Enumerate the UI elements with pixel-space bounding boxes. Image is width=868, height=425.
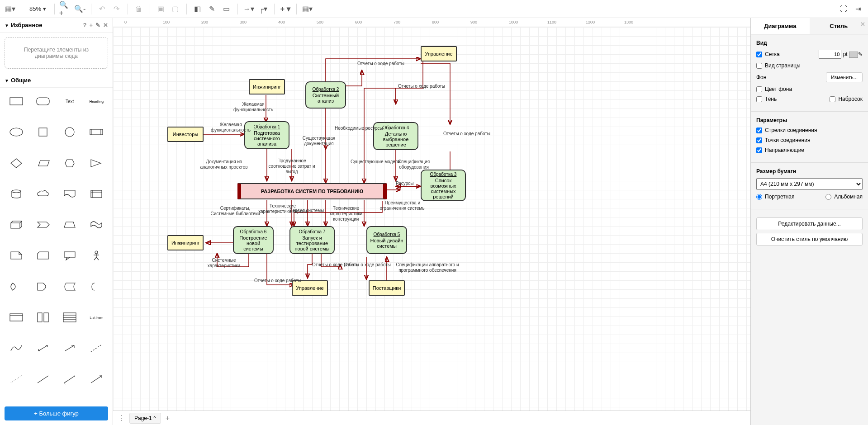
shape-rect[interactable] — [5, 92, 28, 110]
shape-arrow[interactable] — [58, 339, 81, 357]
node-center[interactable]: РАЗРАБОТКА СИСТЕМ ПО ТРЕБОВАНИЮ — [237, 183, 387, 199]
redo-icon[interactable]: ↷ — [110, 3, 123, 15]
shadow-checkbox[interactable]: Тень — [756, 96, 777, 102]
layout-icon[interactable]: ▦▾ — [4, 3, 16, 15]
help-icon[interactable]: ? — [83, 22, 86, 28]
shape-note[interactable] — [5, 246, 28, 264]
shape-list-item[interactable]: List Item — [85, 308, 108, 326]
conn-points-checkbox[interactable]: Точки соединения — [756, 137, 810, 143]
zoom-level[interactable]: 85% ▾ — [26, 5, 50, 12]
close-favorite-icon[interactable]: ✕ — [103, 22, 108, 28]
shape-card[interactable] — [31, 246, 54, 264]
node-proc7[interactable]: Обработка 7Запуск и тестирование новой с… — [289, 226, 335, 254]
shape-curve[interactable] — [5, 339, 28, 357]
connection-icon[interactable]: →▾ — [242, 3, 255, 15]
node-proc6[interactable]: Обработка 6Построение новой системы — [233, 226, 274, 254]
add-favorite-icon[interactable]: + — [89, 22, 93, 28]
shape-list-container[interactable] — [5, 308, 28, 326]
close-icon[interactable]: ✕ — [860, 21, 865, 28]
shape-data-storage[interactable] — [58, 278, 81, 296]
landscape-radio[interactable]: Альбомная — [825, 194, 863, 200]
to-back-icon[interactable]: ▢ — [169, 3, 182, 15]
shape-ellipse[interactable] — [5, 123, 28, 141]
favorites-dropzone[interactable]: Перетащите элементы из диаграммы сюда — [5, 37, 108, 69]
node-investors[interactable]: Инвесторы — [167, 127, 204, 142]
shape-bracket[interactable] — [85, 278, 108, 296]
node-proc2[interactable]: Обработка 2Системный анализ — [305, 81, 346, 109]
shape-triangle[interactable] — [85, 154, 108, 172]
edit-data-button[interactable]: Редактировать данные... — [756, 217, 863, 230]
shape-dotted[interactable] — [5, 370, 28, 388]
shape-rounded-rect[interactable] — [31, 92, 54, 110]
node-suppliers[interactable]: Поставщики — [369, 280, 405, 296]
shape-actor[interactable] — [85, 246, 108, 264]
conn-arrows-checkbox[interactable]: Стрелки соединения — [756, 127, 817, 133]
shape-trapezoid[interactable] — [58, 216, 81, 234]
portrait-radio[interactable]: Портретная — [756, 194, 794, 200]
shape-or[interactable] — [31, 278, 54, 296]
delete-icon[interactable]: 🗑 — [133, 3, 145, 15]
shape-diamond[interactable] — [5, 154, 28, 172]
shape-cylinder[interactable] — [5, 185, 28, 203]
shadow-icon[interactable]: ▭ — [220, 3, 233, 15]
shape-step[interactable] — [31, 216, 54, 234]
node-proc3[interactable]: Обработка 3Список возможных системных ре… — [421, 170, 466, 201]
fill-icon[interactable]: ◧ — [191, 3, 204, 15]
line-color-icon[interactable]: ✎ — [206, 3, 218, 15]
general-header[interactable]: ▼Общие — [0, 73, 113, 88]
node-proc5[interactable]: Обработка 5Новый дизайн системы — [366, 226, 407, 254]
node-engineering1[interactable]: Инжиниринг — [249, 79, 285, 94]
node-engineering2[interactable]: Инжиниринг — [167, 235, 204, 250]
grid-size-input[interactable] — [819, 50, 841, 59]
canvas[interactable]: Инвесторы Инжиниринг Управление Инжинири… — [113, 27, 750, 411]
tab-style[interactable]: Стиль✕ — [810, 18, 868, 34]
shape-line[interactable] — [31, 370, 54, 388]
pages-menu-icon[interactable]: ⋮ — [118, 414, 125, 422]
shape-dir-line[interactable] — [85, 370, 108, 388]
sketch-checkbox[interactable]: Набросок — [830, 96, 863, 102]
shape-vlist[interactable] — [31, 308, 54, 326]
add-icon[interactable]: + ▾ — [279, 3, 292, 15]
edit-favorite-icon[interactable]: ✎ — [95, 22, 100, 28]
shape-bidir-line[interactable] — [58, 370, 81, 388]
add-page-icon[interactable]: + — [166, 414, 170, 422]
tab-diagram[interactable]: Диаграмма — [751, 18, 810, 34]
shape-cloud[interactable] — [31, 185, 54, 203]
shape-cube[interactable] — [5, 216, 28, 234]
shape-hexagon[interactable] — [58, 154, 81, 172]
zoom-out-icon[interactable]: 🔍- — [74, 3, 86, 15]
grid-checkbox[interactable]: Сетка — [756, 51, 780, 57]
shape-process[interactable] — [85, 123, 108, 141]
favorites-header[interactable]: ▼Избранное ? + ✎ ✕ — [0, 18, 113, 33]
shape-text[interactable]: Text — [58, 92, 81, 110]
paper-size-select[interactable]: A4 (210 мм x 297 мм) — [756, 178, 863, 190]
shape-tape[interactable] — [85, 216, 108, 234]
shape-dashed[interactable] — [85, 339, 108, 357]
undo-icon[interactable]: ↶ — [96, 3, 109, 15]
shape-internal-storage[interactable] — [85, 185, 108, 203]
clear-style-button[interactable]: Очистить стиль по умолчанию — [756, 233, 863, 246]
change-bg-button[interactable]: Изменить... — [826, 72, 863, 82]
shape-heading[interactable]: Heading — [85, 92, 108, 110]
shape-list[interactable] — [58, 308, 81, 326]
shape-square[interactable] — [31, 123, 54, 141]
more-shapes-button[interactable]: + Больше фигур — [5, 406, 108, 420]
shape-document[interactable] — [58, 185, 81, 203]
grid-color-swatch[interactable] — [849, 52, 858, 58]
shape-circle[interactable] — [58, 123, 81, 141]
page-tab-1[interactable]: Page-1 ^ — [129, 413, 161, 424]
bgcolor-checkbox[interactable]: Цвет фона — [756, 86, 792, 92]
guides-checkbox[interactable]: Направляющие — [756, 147, 804, 153]
node-management1[interactable]: Управление — [421, 46, 457, 61]
fullscreen-icon[interactable]: ⛶ — [837, 3, 850, 15]
table-icon[interactable]: ▦▾ — [301, 3, 314, 15]
shape-parallelogram[interactable] — [31, 154, 54, 172]
shape-bidir-arrow[interactable] — [31, 339, 54, 357]
page-view-checkbox[interactable]: Вид страницы — [756, 62, 801, 69]
shape-crescent[interactable] — [5, 278, 28, 296]
zoom-in-icon[interactable]: 🔍+ — [59, 3, 72, 15]
collapse-icon[interactable]: ⇥ — [852, 3, 864, 15]
shape-callout[interactable] — [58, 246, 81, 264]
to-front-icon[interactable]: ▣ — [155, 3, 167, 15]
waypoint-icon[interactable]: ┌▾ — [257, 3, 270, 15]
